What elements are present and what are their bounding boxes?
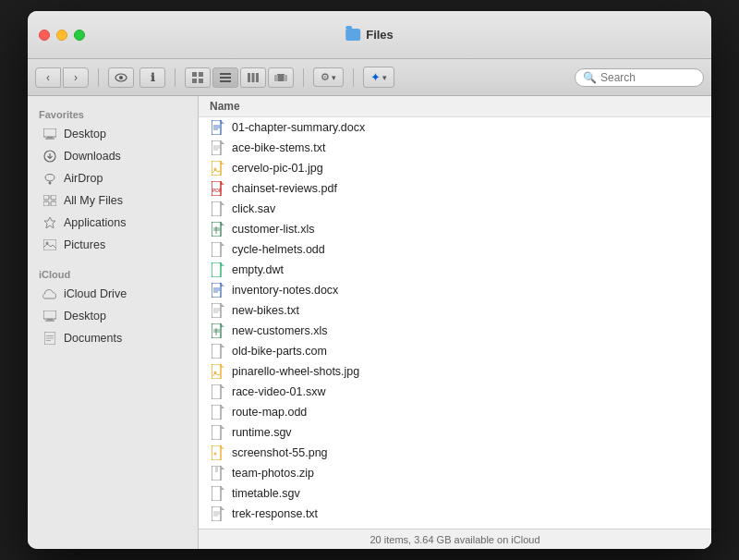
forward-button[interactable]: › <box>63 67 89 88</box>
icloud-desktop-icon <box>42 309 57 323</box>
svg-rect-14 <box>284 75 287 81</box>
svg-text:PDF: PDF <box>212 188 222 193</box>
minimize-button[interactable] <box>56 30 67 41</box>
column-view-button[interactable] <box>240 67 266 88</box>
sidebar-item-icloud-drive[interactable]: iCloud Drive <box>31 283 194 305</box>
toolbar-separator-2 <box>175 68 176 87</box>
svg-rect-76 <box>212 344 221 359</box>
file-row[interactable]: old-bike-parts.com <box>199 341 711 361</box>
file-name: inventory-notes.docx <box>232 284 338 297</box>
file-row[interactable]: customer-list.xls <box>199 219 711 239</box>
sidebar-item-pictures[interactable]: Pictures <box>31 234 194 256</box>
file-name: trek-response.txt <box>232 507 318 520</box>
file-icon: PDF <box>210 180 226 197</box>
toolbar-separator-4 <box>353 68 354 87</box>
svg-marker-35 <box>221 120 224 124</box>
sidebar-item-all-my-files[interactable]: All My Files <box>31 189 194 212</box>
svg-rect-16 <box>47 137 53 139</box>
file-row[interactable]: cervelo-pic-01.jpg <box>199 158 711 178</box>
file-icon <box>210 241 226 258</box>
info-button[interactable]: ℹ <box>139 67 165 88</box>
svg-marker-45 <box>221 161 224 164</box>
file-row[interactable]: click.sav <box>199 199 711 219</box>
icon-view-button[interactable] <box>185 67 211 88</box>
sidebar-item-desktop[interactable]: Desktop <box>31 123 194 145</box>
svg-rect-2 <box>192 72 197 77</box>
svg-rect-31 <box>46 335 54 336</box>
sidebar-item-airdrop[interactable]: AirDrop <box>31 167 194 189</box>
dropbox-button[interactable]: ✦ ▾ <box>363 67 394 88</box>
file-row[interactable]: 01-chapter-summary.docx <box>199 117 711 138</box>
sidebar-icloud-desktop-label: Desktop <box>64 310 106 323</box>
file-icon <box>210 444 226 461</box>
file-icon <box>210 465 226 481</box>
file-row[interactable]: ace-bike-stems.txt <box>199 138 711 158</box>
file-row[interactable]: inventory-notes.docx <box>199 280 711 300</box>
search-input[interactable] <box>600 71 696 84</box>
svg-marker-51 <box>221 201 224 205</box>
maximize-button[interactable] <box>74 30 85 41</box>
svg-marker-84 <box>221 405 224 408</box>
view-group <box>185 67 294 88</box>
file-row[interactable]: PDFchainset-reviews.pdf <box>199 178 711 199</box>
close-button[interactable] <box>39 30 50 41</box>
file-row[interactable]: cycle-helmets.odd <box>199 239 711 260</box>
main-content: Favorites Desktop Downloads AirDrop <box>28 96 711 549</box>
file-icon <box>210 404 226 420</box>
svg-rect-25 <box>43 239 56 250</box>
svg-rect-95 <box>212 486 221 501</box>
file-row[interactable]: new-bikes.txt <box>199 300 711 321</box>
window-title-area: Files <box>345 28 394 42</box>
svg-marker-40 <box>221 140 224 144</box>
svg-rect-59 <box>212 262 221 277</box>
dropbox-icon: ✦ <box>370 70 381 84</box>
file-row[interactable]: new-customers.xls <box>199 321 711 341</box>
svg-rect-6 <box>220 73 231 75</box>
file-list: 01-chapter-summary.docxace-bike-stems.tx… <box>199 117 711 529</box>
file-icon <box>210 282 226 298</box>
downloads-icon <box>42 149 57 164</box>
svg-rect-13 <box>274 75 278 81</box>
list-view-button[interactable] <box>212 67 238 88</box>
file-name: 01-chapter-summary.docx <box>232 121 365 134</box>
svg-rect-83 <box>212 405 221 420</box>
sidebar-item-applications[interactable]: Applications <box>31 212 194 234</box>
sidebar-icloud-drive-label: iCloud Drive <box>64 287 127 300</box>
action-button[interactable]: ⚙ ▾ <box>313 67 344 87</box>
file-row[interactable]: route-map.odd <box>199 402 711 422</box>
file-icon <box>210 262 226 278</box>
traffic-lights <box>39 30 85 41</box>
sidebar-item-icloud-desktop[interactable]: Desktop <box>31 305 194 327</box>
svg-point-89 <box>214 453 217 456</box>
file-row[interactable]: timetable.sgv <box>199 483 711 504</box>
pictures-icon <box>42 237 57 252</box>
file-row[interactable]: trek-response.txt <box>199 504 711 524</box>
search-box[interactable]: 🔍 <box>575 68 704 87</box>
file-name: chainset-reviews.pdf <box>232 182 337 195</box>
search-icon: 🔍 <box>583 71 597 84</box>
file-name: team-photos.zip <box>232 467 314 480</box>
file-row[interactable]: empty.dwt <box>199 260 711 280</box>
svg-rect-28 <box>47 319 53 321</box>
file-icon <box>210 363 226 380</box>
sidebar-item-documents[interactable]: Documents <box>31 327 194 349</box>
sidebar-item-downloads[interactable]: Downloads <box>31 145 194 167</box>
svg-rect-15 <box>43 128 56 137</box>
icloud-section-label: iCloud <box>28 263 198 283</box>
svg-rect-10 <box>252 73 255 82</box>
svg-rect-4 <box>192 79 197 83</box>
documents-icon <box>42 331 57 346</box>
back-button[interactable]: ‹ <box>35 67 61 88</box>
svg-rect-12 <box>277 74 285 81</box>
file-row[interactable]: screenshot-55.png <box>199 443 711 463</box>
eye-button[interactable] <box>108 67 134 88</box>
svg-marker-91 <box>221 466 224 469</box>
all-my-files-icon <box>42 193 57 208</box>
sidebar-downloads-label: Downloads <box>64 150 121 163</box>
file-row[interactable]: runtime.sgv <box>199 422 711 443</box>
file-row[interactable]: pinarello-wheel-shots.jpg <box>199 361 711 382</box>
coverflow-view-button[interactable] <box>268 67 294 88</box>
file-row[interactable]: team-photos.zip <box>199 463 711 483</box>
svg-marker-77 <box>221 344 224 347</box>
file-row[interactable]: race-video-01.sxw <box>199 382 711 402</box>
